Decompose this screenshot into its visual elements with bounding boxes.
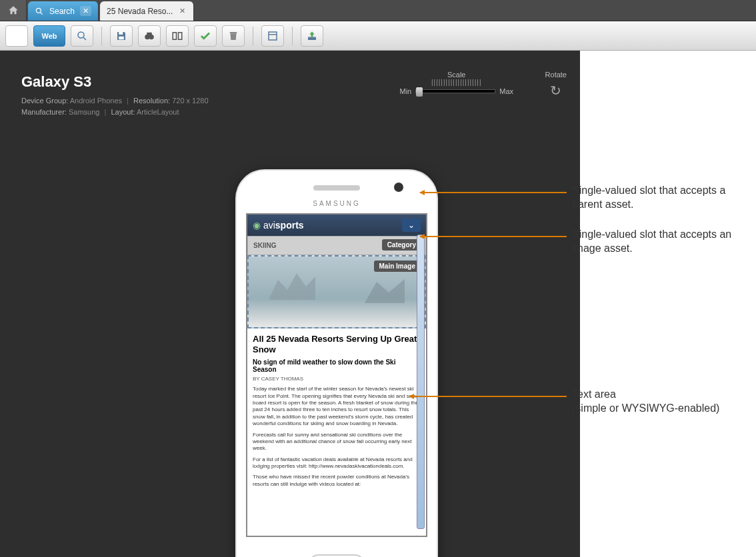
- resolution-value: 720 x 1280: [172, 97, 208, 105]
- rotate-icon[interactable]: ↻: [545, 83, 567, 99]
- toolbar: Web: [0, 21, 756, 51]
- category-slot[interactable]: SKIING Category: [247, 236, 426, 255]
- blank-button[interactable]: [5, 25, 28, 47]
- svg-rect-4: [119, 32, 123, 35]
- manufacturer-value: Samsung: [69, 108, 99, 116]
- svg-rect-8: [147, 32, 152, 35]
- menu-button[interactable]: ⌄: [402, 219, 421, 232]
- layout-label: Layout:: [111, 108, 135, 116]
- scale-label: Scale: [399, 71, 513, 79]
- trash-icon: [227, 30, 239, 42]
- separator: [101, 27, 102, 45]
- rotate-control: Rotate ↻: [545, 71, 567, 99]
- search-button[interactable]: [71, 25, 93, 47]
- phone-brand: SAMSUNG: [237, 200, 437, 207]
- resolution-label: Resolution:: [133, 97, 170, 105]
- search-icon: [35, 7, 44, 16]
- annotation-1: Single-valued slot that accepts a parent…: [572, 184, 756, 212]
- document-tab-label: 25 Nevada Reso...: [107, 7, 173, 16]
- web-label: Web: [41, 32, 57, 40]
- max-label: Max: [499, 87, 513, 95]
- layout-value: ArticleLayout: [137, 108, 179, 116]
- svg-rect-10: [179, 32, 182, 39]
- subheadline: No sign of mild weather to slow down the…: [253, 358, 421, 373]
- search-icon: [76, 30, 88, 42]
- scale-control: Scale ||||||||||||||||||||| Min Max: [399, 71, 513, 95]
- close-icon[interactable]: ✕: [80, 6, 91, 16]
- annotation-line: [420, 236, 567, 237]
- save-icon: [115, 30, 127, 42]
- devices-button[interactable]: [166, 25, 189, 47]
- paragraph: Today marked the start of the winter sea…: [253, 386, 421, 427]
- category-text: SKIING: [253, 242, 276, 249]
- device-info: Galaxy S3 Device Group: Android Phones |…: [21, 71, 209, 117]
- separator: [292, 27, 293, 45]
- device-frame: SAMSUNG ◉ avisports ⌄ SKIING Category: [237, 171, 437, 557]
- svg-point-2: [78, 32, 84, 38]
- article-body[interactable]: All 25 Nevada Resorts Serving Up Great S…: [247, 328, 426, 497]
- annotation-2: Single-valued slot that accepts an image…: [572, 228, 756, 256]
- check-icon: [199, 30, 211, 42]
- save-button[interactable]: [110, 25, 133, 47]
- phone-nav: [237, 554, 437, 557]
- svg-rect-12: [269, 32, 277, 40]
- layout-button[interactable]: [261, 25, 284, 47]
- svg-line-3: [83, 37, 86, 40]
- approve-button[interactable]: [194, 25, 217, 47]
- annotation-3: Text area (simple or WYSIWYG-enabled): [572, 388, 719, 416]
- upload-button[interactable]: [301, 25, 323, 47]
- main-image-badge: Main Image: [374, 261, 421, 272]
- group-label: Device Group:: [21, 97, 68, 105]
- chevron-down-icon: ⌄: [408, 221, 415, 230]
- main-image-slot[interactable]: Main Image: [247, 255, 426, 328]
- svg-rect-5: [119, 36, 124, 39]
- search-tab[interactable]: Search ✕: [28, 1, 99, 21]
- svg-line-1: [41, 12, 43, 14]
- slider-thumb[interactable]: [416, 87, 423, 97]
- svg-rect-11: [230, 32, 237, 33]
- annotation-line: [420, 192, 567, 193]
- svg-point-0: [36, 8, 41, 13]
- svg-rect-9: [173, 32, 176, 39]
- app-header: ◉ avisports ⌄: [247, 215, 426, 236]
- annotation-line: [409, 396, 567, 397]
- web-mode-button[interactable]: Web: [33, 25, 65, 47]
- app-logo: ◉ avisports: [253, 220, 304, 231]
- document-tab[interactable]: 25 Nevada Reso... ✕: [100, 1, 194, 21]
- layout-icon: [267, 30, 279, 42]
- scale-ticks: |||||||||||||||||||||: [399, 79, 513, 86]
- headline: All 25 Nevada Resorts Serving Up Great S…: [253, 334, 421, 354]
- min-label: Min: [399, 87, 411, 95]
- binoculars-icon: [143, 30, 155, 42]
- delete-button[interactable]: [222, 25, 245, 47]
- upload-icon: [306, 30, 318, 42]
- manufacturer-label: Manufacturer:: [21, 108, 67, 116]
- rotate-label: Rotate: [545, 71, 567, 79]
- byline: BY CASEY THOMAS: [253, 376, 421, 382]
- tab-bar: Search ✕ 25 Nevada Reso... ✕: [0, 0, 756, 21]
- paragraph: Forecasts call for sunny and sensational…: [253, 432, 421, 452]
- home-button[interactable]: [0, 0, 27, 21]
- close-icon[interactable]: ✕: [178, 7, 187, 15]
- separator: [253, 27, 253, 45]
- devices-icon: [171, 30, 183, 42]
- paragraph: For a list of fantastic vacation deals a…: [253, 456, 421, 470]
- workspace: Galaxy S3 Device Group: Android Phones |…: [0, 51, 580, 557]
- search-tab-label: Search: [49, 7, 75, 16]
- phone-speaker: [313, 185, 360, 191]
- phone-camera: [394, 183, 403, 192]
- preview-button[interactable]: [138, 25, 161, 47]
- svg-rect-14: [308, 37, 316, 40]
- home-softkey[interactable]: [309, 554, 364, 557]
- scale-slider[interactable]: [415, 89, 495, 93]
- paragraph: Those who have missed the recent powder …: [253, 474, 421, 488]
- group-value: Android Phones: [70, 97, 122, 105]
- device-name: Galaxy S3: [21, 71, 209, 93]
- category-badge: Category: [382, 239, 421, 251]
- home-icon: [7, 5, 19, 17]
- device-screen: ◉ avisports ⌄ SKIING Category Main Image…: [246, 213, 427, 537]
